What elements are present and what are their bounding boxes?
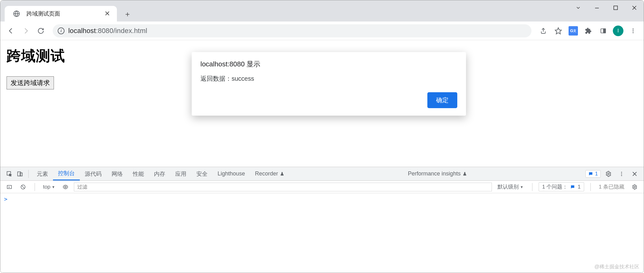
browser-toolbar: i localhost:8080/index.html G文 I [0, 22, 644, 40]
watermark-text: @稀土掘金技术社区 [594, 264, 639, 270]
issues-badge[interactable]: 1 [585, 170, 601, 178]
svg-rect-13 [20, 173, 22, 176]
new-tab-button[interactable]: ＋ [121, 8, 134, 20]
svg-point-16 [621, 173, 622, 174]
flask-icon [280, 171, 284, 177]
tab-strip: 跨域测试页面 ✕ ＋ [0, 0, 134, 22]
svg-rect-2 [614, 6, 618, 10]
svg-point-9 [632, 30, 633, 31]
problems-count: 1 [578, 184, 580, 190]
svg-point-14 [608, 173, 609, 175]
problems-indicator[interactable]: 1 个问题： 1 [539, 182, 584, 191]
console-prompt: > [4, 196, 7, 202]
problems-label: 1 个问题： [542, 183, 568, 190]
tab-lighthouse[interactable]: Lighthouse [213, 167, 250, 180]
console-sidebar-toggle-icon[interactable] [4, 182, 15, 192]
translate-icon[interactable]: G文 [567, 25, 579, 37]
back-button[interactable] [5, 25, 17, 37]
inspect-element-icon[interactable] [4, 169, 15, 179]
tab-memory[interactable]: 内存 [149, 167, 170, 180]
share-icon[interactable] [537, 25, 550, 37]
forward-button[interactable] [20, 25, 32, 37]
tab-performance-insights[interactable]: Performance insights [403, 167, 472, 180]
titlebar: 跨域测试页面 ✕ ＋ [0, 0, 644, 22]
minimize-button[interactable] [588, 0, 606, 15]
svg-rect-1 [595, 8, 599, 8]
tab-performance[interactable]: 性能 [128, 167, 149, 180]
console-toolbar: top ▼ 默认级别 ▼ 1 个问题： 1 1 条已隐藏 [0, 181, 644, 193]
live-expression-icon[interactable] [60, 182, 71, 192]
tab-security[interactable]: 安全 [191, 167, 213, 180]
tab-elements[interactable]: 元素 [32, 167, 53, 180]
svg-point-10 [632, 32, 633, 33]
alert-message: 返回数据：success [200, 74, 457, 83]
window-controls [569, 0, 644, 15]
browser-tab[interactable]: 跨域测试页面 ✕ [5, 6, 117, 22]
dropdown-icon[interactable] [569, 0, 588, 15]
svg-line-22 [22, 185, 25, 188]
url-host: localhost [68, 27, 96, 35]
alert-ok-button[interactable]: 确定 [427, 92, 457, 108]
devtools-more-icon[interactable] [616, 169, 627, 179]
address-bar[interactable]: i localhost:8080/index.html [53, 24, 531, 37]
console-settings-icon[interactable] [629, 182, 640, 192]
bookmark-star-icon[interactable] [552, 25, 565, 37]
devtools-settings-icon[interactable] [603, 169, 614, 179]
tab-sources[interactable]: 源代码 [80, 167, 107, 180]
message-icon [588, 171, 593, 176]
globe-icon [10, 7, 23, 20]
tab-recorder[interactable]: Recorder [250, 167, 289, 180]
side-panel-icon[interactable] [597, 25, 609, 37]
device-toggle-icon[interactable] [15, 169, 25, 179]
log-level-selector[interactable]: 默认级别 ▼ [495, 183, 526, 190]
alert-title: localhost:8080 显示 [200, 60, 457, 69]
svg-rect-12 [18, 172, 21, 176]
tab-close-button[interactable]: ✕ [103, 9, 111, 18]
issues-count: 1 [595, 171, 598, 177]
tab-title: 跨域测试页面 [26, 10, 60, 17]
url-text: localhost:8080/index.html [68, 27, 147, 35]
extensions-icon[interactable] [582, 25, 594, 37]
js-alert-dialog: localhost:8080 显示 返回数据：success 确定 [192, 52, 466, 116]
url-path: /index.html [113, 27, 147, 35]
profile-avatar[interactable]: I [612, 25, 624, 37]
devtools-close-icon[interactable] [629, 169, 640, 179]
flask-icon [463, 171, 467, 177]
menu-icon[interactable] [627, 25, 639, 37]
console-filter-input[interactable] [74, 183, 492, 191]
clear-console-icon[interactable] [18, 182, 28, 192]
svg-point-15 [621, 172, 622, 173]
svg-rect-7 [603, 29, 606, 33]
message-icon [570, 184, 575, 189]
reload-button[interactable] [35, 25, 47, 37]
svg-point-8 [632, 28, 633, 29]
svg-point-23 [65, 186, 66, 188]
tab-network[interactable]: 网络 [107, 167, 128, 180]
svg-marker-5 [555, 28, 561, 34]
devtools-tab-bar: 元素 控制台 源代码 网络 性能 内存 应用 安全 Lighthouse Rec… [0, 167, 644, 181]
console-body[interactable]: > [0, 193, 644, 273]
svg-point-24 [634, 186, 636, 188]
tab-application[interactable]: 应用 [170, 167, 191, 180]
close-window-button[interactable] [625, 0, 644, 15]
maximize-button[interactable] [606, 0, 625, 15]
devtools-panel: 元素 控制台 源代码 网络 性能 内存 应用 安全 Lighthouse Rec… [0, 167, 644, 273]
context-selector[interactable]: top ▼ [41, 183, 57, 191]
svg-point-17 [621, 175, 622, 176]
tab-console[interactable]: 控制台 [53, 167, 80, 180]
url-port: :8080 [96, 27, 113, 35]
hidden-messages-label: 1 条已隐藏 [597, 183, 626, 190]
site-info-icon[interactable]: i [58, 27, 65, 34]
send-cors-request-button[interactable]: 发送跨域请求 [7, 76, 54, 89]
